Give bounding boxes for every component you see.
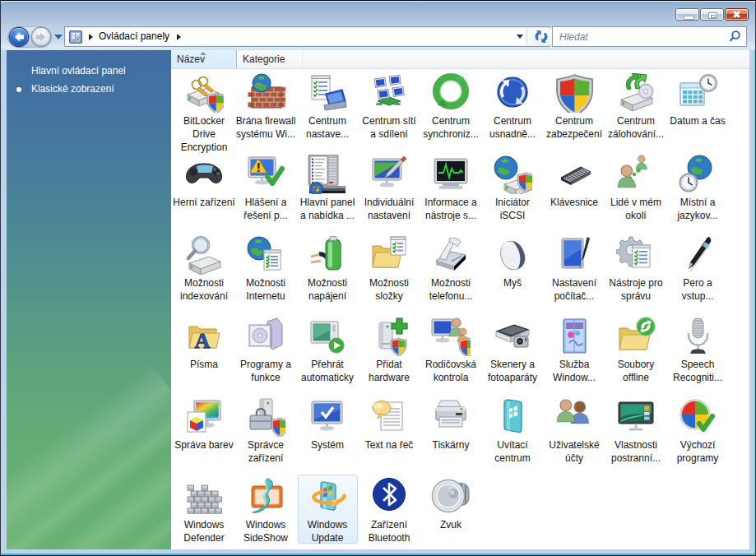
svg-text:A: A — [195, 329, 211, 353]
